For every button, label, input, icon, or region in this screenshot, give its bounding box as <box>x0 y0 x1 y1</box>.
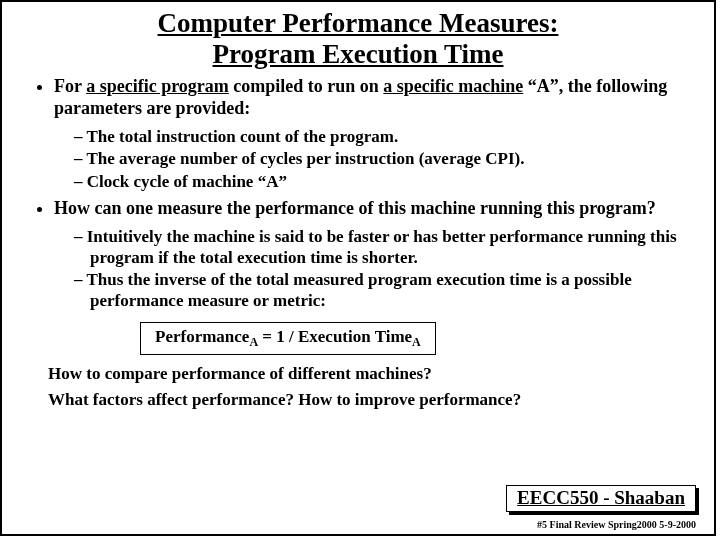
title-line-1: Computer Performance Measures: <box>158 8 559 38</box>
sub-item: Thus the inverse of the total measured p… <box>74 269 696 312</box>
title-line-2: Program Execution Time <box>213 39 504 69</box>
sub-item: Intuitively the machine is said to be fa… <box>74 226 696 269</box>
sublist-2: Intuitively the machine is said to be fa… <box>54 226 696 312</box>
bullet-1: For a specific program compiled to run o… <box>54 76 696 192</box>
slide-footer: #5 Final Review Spring2000 5-9-2000 <box>537 519 696 530</box>
closing-question-2: What factors affect performance? How to … <box>48 389 696 411</box>
slide-frame: Computer Performance Measures: Program E… <box>0 0 716 536</box>
sub-item: Clock cycle of machine “A” <box>74 171 696 192</box>
slide-title: Computer Performance Measures: Program E… <box>20 8 696 70</box>
closing-question-1: How to compare performance of different … <box>48 363 696 385</box>
bullet-2: How can one measure the performance of t… <box>54 198 696 312</box>
course-badge: EECC550 - Shaaban <box>506 485 696 512</box>
formula-box: PerformanceA = 1 / Execution TimeA <box>140 322 436 355</box>
sublist-1: The total instruction count of the progr… <box>54 126 696 192</box>
sub-item: The average number of cycles per instruc… <box>74 148 696 169</box>
main-list: For a specific program compiled to run o… <box>20 76 696 312</box>
sub-item: The total instruction count of the progr… <box>74 126 696 147</box>
